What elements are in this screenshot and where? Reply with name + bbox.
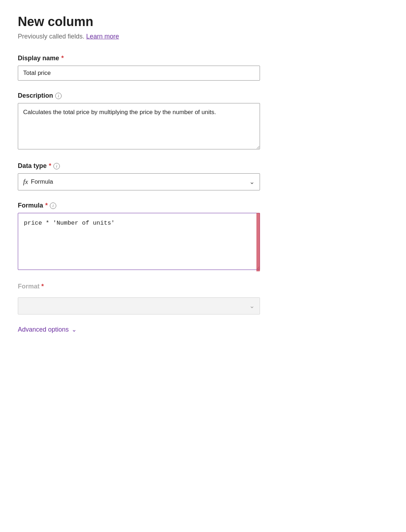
formula-required: * <box>45 202 48 209</box>
data-type-group: Data type * i fx Formula ⌄ <box>18 162 388 190</box>
data-type-select[interactable]: fx Formula ⌄ <box>18 173 260 190</box>
fx-icon: fx <box>23 178 28 186</box>
formula-indicator <box>256 213 260 271</box>
format-chevron-icon: ⌄ <box>249 302 255 310</box>
data-type-chevron-icon: ⌄ <box>249 178 255 186</box>
format-select: ⌄ <box>18 297 260 314</box>
advanced-options-label: Advanced options <box>18 326 69 333</box>
description-input[interactable]: Calculates the total price by multiplyin… <box>18 103 260 149</box>
display-name-group: Display name * <box>18 55 388 81</box>
advanced-options-row[interactable]: Advanced options ⌄ <box>18 326 388 333</box>
display-name-required: * <box>61 55 64 62</box>
description-label: Description i <box>18 92 388 99</box>
data-type-value: fx Formula <box>23 178 53 186</box>
format-label: Format * <box>18 283 388 294</box>
formula-label: Formula * i <box>18 202 388 209</box>
description-info-icon[interactable]: i <box>55 93 62 99</box>
advanced-options-chevron-icon: ⌄ <box>72 326 77 333</box>
data-type-required: * <box>49 162 51 170</box>
subtitle-text: Previously called fields. <box>18 33 84 40</box>
data-type-info-icon[interactable]: i <box>53 163 60 169</box>
learn-more-link[interactable]: Learn more <box>86 33 119 40</box>
formula-input[interactable]: price * 'Number of units' <box>18 213 260 270</box>
format-group: Format * ⌄ <box>18 283 388 314</box>
display-name-input[interactable] <box>18 66 260 81</box>
formula-group: Formula * i price * 'Number of units' <box>18 202 388 271</box>
formula-info-icon[interactable]: i <box>50 203 56 209</box>
page-subtitle: Previously called fields. Learn more <box>18 33 388 40</box>
display-name-label: Display name * <box>18 55 388 62</box>
format-required: * <box>41 283 44 290</box>
page-title: New column <box>18 14 388 29</box>
description-group: Description i Calculates the total price… <box>18 92 388 151</box>
data-type-select-container: fx Formula ⌄ <box>18 173 260 190</box>
formula-container: price * 'Number of units' <box>18 213 260 271</box>
data-type-label: Data type * i <box>18 162 388 170</box>
